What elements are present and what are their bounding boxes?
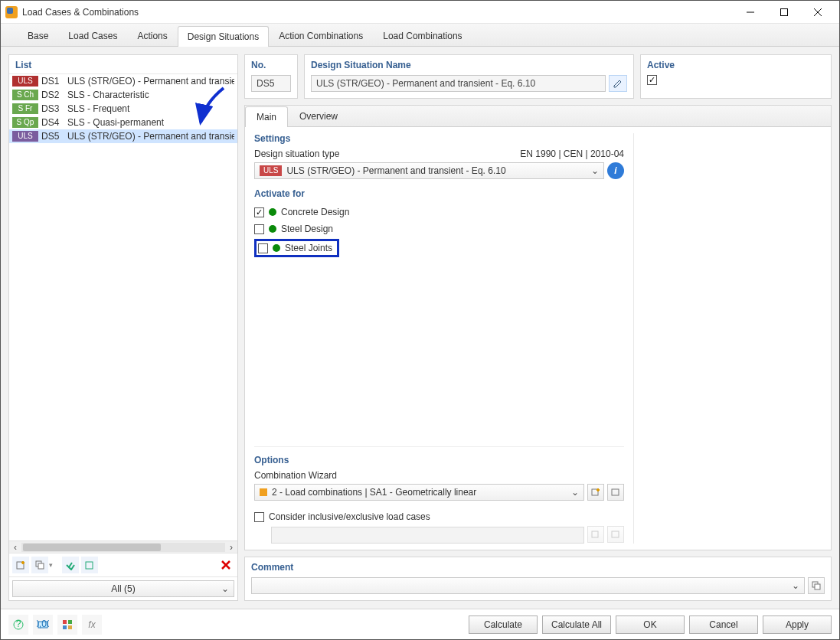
active-label: Active [647, 60, 825, 70]
steel-design-label: Steel Design [281, 224, 333, 234]
scroll-thumb[interactable] [23, 544, 161, 551]
tab-design-situations[interactable]: Design Situations [178, 26, 269, 47]
status-dot-icon [269, 225, 276, 233]
wizard-select[interactable]: 2 - Load combinations | SA1 - Geometrica… [254, 484, 584, 501]
dsit-spec: EN 1990 | CEN | 2010-04 [520, 149, 624, 159]
ds-id: DS1 [41, 76, 64, 87]
no-field[interactable]: DS5 [251, 75, 291, 92]
tab-load-cases[interactable]: Load Cases [58, 25, 127, 46]
comment-field[interactable]: ⌄ [251, 577, 805, 594]
wizard-edit-button[interactable] [607, 484, 624, 501]
ds-name: ULS (STR/GEO) - Permanent and transient … [67, 131, 234, 142]
filter-select[interactable]: All (5) ⌄ [12, 580, 234, 597]
maximize-button[interactable] [767, 1, 801, 24]
help-button[interactable]: ? [8, 615, 28, 635]
calculate-all-button[interactable]: Calculate All [542, 616, 611, 634]
scroll-left-icon[interactable]: ‹ [9, 542, 21, 553]
footer: ? 0,00 fx Calculate Calculate All OK Can… [1, 609, 839, 639]
minimize-button[interactable] [734, 1, 767, 24]
copy-item-button[interactable] [31, 557, 48, 573]
ds-name: SLS - Quasi-permanent [67, 117, 234, 128]
new-item-button[interactable] [12, 557, 29, 573]
chevron-down-icon: ⌄ [221, 583, 229, 594]
dsit-badge: ULS [260, 165, 282, 176]
list-body[interactable]: ULSDS1ULS (STR/GEO) - Permanent and tran… [9, 74, 237, 540]
inclusive-exclusive-label: Consider inclusive/exclusive load cases [269, 511, 430, 522]
tab-actions[interactable]: Actions [127, 25, 177, 46]
list-row[interactable]: S ChDS2SLS - Characteristic [9, 88, 237, 102]
tab-load-combinations[interactable]: Load Combinations [373, 25, 472, 46]
wizard-new-button[interactable] [587, 484, 604, 501]
info-button[interactable]: i [607, 162, 624, 179]
no-label: No. [251, 60, 291, 70]
badge: ULS [12, 76, 38, 87]
steel-joints-label: Steel Joints [285, 243, 332, 253]
close-button[interactable] [801, 1, 835, 24]
ds-id: DS2 [41, 90, 64, 100]
incexc-new-button [587, 526, 604, 543]
uncheck-all-button[interactable] [81, 557, 98, 573]
list-panel: List ULSDS1ULS (STR/GEO) - Permanent and… [8, 54, 238, 601]
ds-id: DS4 [41, 117, 64, 128]
incexc-edit-button [607, 526, 624, 543]
check-all-button[interactable] [62, 557, 79, 573]
svg-rect-25 [68, 620, 72, 624]
function-button[interactable]: fx [82, 615, 102, 635]
badge: ULS [12, 131, 38, 142]
ds-id: DS5 [41, 131, 64, 142]
comment-library-button[interactable] [808, 577, 825, 594]
no-panel: No. DS5 [244, 54, 298, 99]
list-row[interactable]: ULSDS5ULS (STR/GEO) - Permanent and tran… [9, 129, 237, 143]
inner-tab-main[interactable]: Main [245, 106, 288, 127]
svg-text:0,00: 0,00 [37, 619, 49, 629]
apply-button[interactable]: Apply [763, 616, 832, 634]
details-panel: Main Overview Settings Design situation … [244, 105, 832, 550]
inclusive-exclusive-checkbox[interactable] [254, 512, 264, 522]
ds-name: ULS (STR/GEO) - Permanent and transient … [67, 76, 234, 87]
delete-button[interactable] [217, 557, 234, 573]
list-header: List [9, 55, 237, 74]
svg-text:fx: fx [88, 619, 96, 630]
active-checkbox[interactable] [647, 75, 657, 85]
inner-tab-overview[interactable]: Overview [288, 106, 349, 126]
steel-design-checkbox[interactable] [254, 224, 264, 234]
svg-rect-9 [86, 562, 93, 569]
color-button[interactable] [57, 615, 77, 635]
ds-id: DS3 [41, 103, 64, 114]
comment-label: Comment [251, 562, 825, 573]
concrete-design-checkbox[interactable] [254, 207, 264, 217]
badge: S Qp [12, 117, 38, 128]
calculate-button[interactable]: Calculate [469, 616, 538, 634]
inclusive-exclusive-field [271, 527, 584, 544]
active-panel: Active [640, 54, 832, 99]
titlebar: Load Cases & Combinations [1, 1, 839, 24]
horizontal-scrollbar[interactable]: ‹ › [9, 540, 237, 553]
list-row[interactable]: S QpDS4SLS - Quasi-permanent [9, 116, 237, 129]
edit-name-button[interactable] [609, 75, 627, 92]
svg-rect-26 [63, 625, 67, 629]
chevron-down-icon: ⌄ [591, 165, 599, 176]
svg-rect-16 [592, 531, 598, 537]
chevron-down-icon: ⌄ [792, 580, 799, 591]
dsit-type-select[interactable]: ULS ULS (STR/GEO) - Permanent and transi… [254, 162, 604, 179]
ok-button[interactable]: OK [616, 616, 685, 634]
steel-joints-checkbox[interactable] [258, 243, 268, 253]
svg-rect-27 [68, 625, 72, 629]
tab-action-combinations[interactable]: Action Combinations [269, 25, 373, 46]
name-field[interactable]: ULS (STR/GEO) - Permanent and transient … [311, 75, 606, 92]
scroll-right-icon[interactable]: › [225, 542, 237, 553]
chevron-down-icon: ⌄ [571, 487, 579, 498]
units-button[interactable]: 0,00 [33, 615, 53, 635]
list-row[interactable]: S FrDS3SLS - Frequent [9, 102, 237, 116]
status-dot-icon [273, 244, 280, 252]
svg-rect-15 [612, 489, 619, 495]
ds-name: SLS - Frequent [67, 103, 234, 114]
cancel-button[interactable]: Cancel [689, 616, 758, 634]
list-row[interactable]: ULSDS1ULS (STR/GEO) - Permanent and tran… [9, 74, 237, 88]
dsit-value: ULS (STR/GEO) - Permanent and transient … [286, 165, 505, 176]
wizard-value: 2 - Load combinations | SA1 - Geometrica… [272, 487, 476, 498]
svg-rect-24 [63, 620, 67, 624]
tab-base[interactable]: Base [18, 25, 58, 46]
svg-rect-17 [612, 531, 619, 537]
wizard-color-icon [260, 488, 267, 496]
